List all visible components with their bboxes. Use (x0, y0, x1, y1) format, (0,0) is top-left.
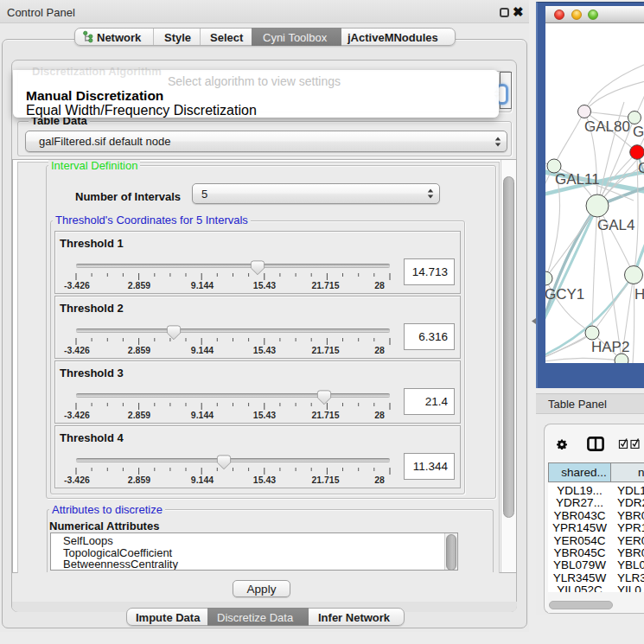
svg-text:GCY1: GCY1 (545, 286, 584, 303)
svg-text:GAL4: GAL4 (597, 217, 634, 233)
svg-text:G.: G. (633, 124, 644, 140)
svg-text:GAL80: GAL80 (584, 118, 630, 135)
svg-text:HAP2: HAP2 (591, 339, 629, 355)
svg-text:H: H (634, 286, 644, 303)
svg-text:GAL11: GAL11 (555, 171, 600, 188)
svg-text:C: C (638, 160, 644, 176)
